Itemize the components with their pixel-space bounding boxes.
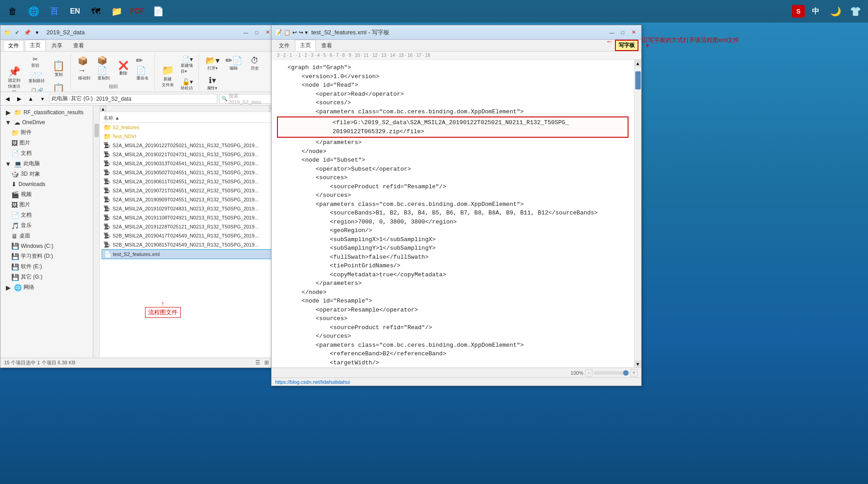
- breadcrumb-bar[interactable]: 此电脑 › 其它 (G:) › 2019_S2_data: [49, 94, 217, 104]
- nav-item-attachments[interactable]: 📁 附件: [0, 127, 93, 138]
- file-s2b-20190815[interactable]: 🗜 S2B_MSIL2A_20190815T024549_N0213_R132_…: [102, 240, 273, 249]
- notepad-tab-file[interactable]: 文件: [274, 41, 294, 51]
- search-box[interactable]: 🔍 搜索 2019_S2_data: [219, 94, 273, 104]
- nav-item-downloads[interactable]: ⬇ Downloads: [0, 179, 93, 189]
- maximize-button[interactable]: □: [252, 28, 262, 37]
- new-folder-button[interactable]: 📁 新建文件夹: [159, 62, 177, 90]
- file-s2a-20191228[interactable]: 🗜 S2A_MSIL2A_20191228T025121_N0213_R132_…: [102, 222, 273, 231]
- nav-item-d-drive[interactable]: 💾 学习资料 (D:): [0, 251, 93, 261]
- file-s2a-20190122[interactable]: 🗜 S2A_MSIL2A_20190122T025021_N0211_R132_…: [102, 141, 273, 150]
- history-button[interactable]: ⏱ 历史: [246, 55, 264, 73]
- notepad-tab-view[interactable]: 查看: [317, 41, 337, 51]
- wordpad-highlight-button[interactable]: 写字板: [615, 40, 638, 51]
- file-test-xml[interactable]: 📄 test_S2_features.xml: [102, 249, 273, 259]
- copy-button[interactable]: 📋 复制: [49, 58, 68, 80]
- ie-browser-icon[interactable]: 🌐: [24, 2, 42, 20]
- nav-item-this-pc[interactable]: ▼ 💻 此电脑: [0, 158, 93, 169]
- tab-view[interactable]: 查看: [68, 40, 89, 51]
- tab-share[interactable]: 共享: [47, 40, 67, 51]
- nav-item-documents[interactable]: 📄 文档: [0, 148, 93, 158]
- night-mode-icon[interactable]: 🌙: [826, 2, 845, 20]
- xml-line-23: <copyMetadata>true</copyMetadata>: [277, 270, 629, 279]
- tab-home[interactable]: 主页: [25, 40, 46, 51]
- nav-item-music[interactable]: 🎵 音乐: [0, 220, 93, 231]
- nav-item-g-drive[interactable]: 💾 其它 (G:): [0, 272, 93, 282]
- nav-item-c-drive[interactable]: 💾 Windows (C:): [0, 241, 93, 251]
- notepad-content[interactable]: <graph id="Graph"> <version>1.0</version…: [272, 60, 634, 368]
- open-button[interactable]: 📂▾ 打开▾: [203, 54, 222, 73]
- paste-button[interactable]: 📋 粘贴: [49, 81, 68, 92]
- file-s2a-20191029[interactable]: 🗜 S2A_MSIL2A_20191029T024831_N0213_R132_…: [102, 204, 273, 213]
- column-scroll-up[interactable]: ▲: [100, 106, 106, 112]
- notepad-close-button[interactable]: ✕: [629, 28, 638, 37]
- rename-button[interactable]: ✏📄 重命名: [134, 54, 152, 83]
- properties-button[interactable]: ℹ▾ 属性▾: [203, 74, 221, 92]
- folder-s2-features[interactable]: 📁 S2_features: [102, 123, 273, 132]
- text-file-icon[interactable]: 📄: [149, 2, 167, 20]
- nav-item-3d-objects[interactable]: 🎲 3D 对象: [0, 169, 93, 179]
- file-s2a-20191108[interactable]: 🗜 S2A_MSIL2A_20191108T024921_N0213_R132_…: [102, 213, 273, 222]
- delete-button[interactable]: ❌ 删除: [114, 59, 132, 78]
- minimize-button[interactable]: —: [241, 28, 251, 37]
- notepad-maximize-button[interactable]: □: [618, 28, 628, 37]
- recycle-bin-icon[interactable]: 🗑: [4, 2, 22, 20]
- scroll-down-arrow[interactable]: ▼: [634, 360, 641, 368]
- file-s2a-20190909[interactable]: 🗜 S2A_MSIL2A_20190909T024551_N0213_R132_…: [102, 195, 273, 204]
- file-s2a-20190502[interactable]: 🗜 S2A_MSIL2A_20190502T024551_N0211_R132_…: [102, 168, 273, 177]
- easy-access-button[interactable]: 🔓▾ 轻松访问▾: [178, 77, 197, 92]
- nav-item-images[interactable]: 🖼 图片: [0, 200, 93, 210]
- tab-file[interactable]: 文件: [3, 40, 24, 51]
- file-s2a-20190721[interactable]: 🗜 S2A_MSIL2A_20190721T024551_N0212_R132_…: [102, 186, 273, 195]
- zoom-thumb[interactable]: [623, 370, 629, 376]
- nav-up-button[interactable]: ▲: [26, 94, 36, 104]
- file-s2b-20190417[interactable]: 🗜 S2B_MSIL2A_20190417T024549_N0211_R132_…: [102, 231, 273, 240]
- new-item-button[interactable]: 📄▾ 新建项目▾: [178, 54, 197, 76]
- nav-item-onedrive[interactable]: ▼ ☁ OneDrive: [0, 117, 93, 127]
- file-s2a-20190313[interactable]: 🗜 S2A_MSIL2A_20190313T024541_N0211_R132_…: [102, 159, 273, 168]
- sogou-icon[interactable]: S: [792, 5, 805, 18]
- nav-back-button[interactable]: ◀: [2, 94, 12, 104]
- pin-quickaccess-button[interactable]: 📌 固定到快速访问: [5, 64, 23, 93]
- scroll-thumb[interactable]: [635, 71, 641, 89]
- notepad-minimize-button[interactable]: —: [607, 28, 617, 37]
- chinese-ime-icon[interactable]: 中: [807, 2, 825, 20]
- nav-scrollbar[interactable]: [93, 106, 99, 358]
- xml-line-13: <sourceProduct refid="Resample"/>: [277, 182, 629, 191]
- copy-to-button[interactable]: 📦📄 复制到: [95, 54, 113, 83]
- nav-item-videos[interactable]: 🎬 视频: [0, 189, 93, 200]
- nav-item-network[interactable]: ▶ 🌐 网络: [0, 282, 93, 293]
- nav-item-pictures[interactable]: 🖼 图片: [0, 138, 93, 148]
- folder-yellow-icon[interactable]: 📁: [108, 2, 126, 20]
- nav-item-e-drive[interactable]: 💾 软件 (E:): [0, 261, 93, 272]
- nav-recent-button[interactable]: ▾: [38, 94, 47, 104]
- notepad-tab-home[interactable]: 主页: [295, 40, 316, 51]
- file-s2a-20190221[interactable]: 🗜 S2A_MSIL2A_20190221T024731_N0211_R132_…: [102, 150, 273, 159]
- user-avatar-icon[interactable]: 👕: [846, 2, 864, 20]
- baidu-icon[interactable]: 百: [45, 2, 63, 20]
- view-grid-button[interactable]: ⊞: [264, 359, 272, 367]
- xml-line-9: </node>: [277, 147, 629, 156]
- cut-button[interactable]: ✂ 剪切: [26, 54, 44, 70]
- notepad-vscrollbar[interactable]: ▲ ▼: [634, 60, 641, 368]
- file-list: 名称 ▲ 📁 S2_features 📁 Test_NDVI 🗜 S2: [100, 112, 275, 358]
- column-name-header[interactable]: 名称 ▲: [103, 115, 272, 121]
- file-s2a-20190611[interactable]: 🗜 S2A_MSIL2A_20190611T024551_N0212_R132_…: [102, 177, 273, 186]
- scroll-up-arrow[interactable]: ▲: [634, 60, 641, 67]
- paste-shortcut-button[interactable]: 📋🔗 粘贴快捷方式: [26, 86, 47, 92]
- zoom-in-button[interactable]: +: [630, 369, 638, 377]
- nav-forward-button[interactable]: ▶: [14, 94, 24, 104]
- copy-path-button[interactable]: 📄📄 复制路径: [26, 71, 47, 85]
- zoom-slider[interactable]: [593, 371, 629, 375]
- pdf-icon[interactable]: PDF: [128, 2, 146, 20]
- folder-test-ndvi[interactable]: 📁 Test_NDVI: [102, 132, 273, 141]
- ime-english-icon[interactable]: EN: [66, 2, 84, 20]
- move-to-button[interactable]: 📦→ 移动到: [75, 55, 94, 83]
- nav-item-rf-results[interactable]: ▶ 📁 RF_classification_results: [0, 107, 93, 117]
- edit-button[interactable]: ✏📄 编辑: [223, 54, 244, 73]
- nav-item-desktop[interactable]: 🖥 桌面: [0, 231, 93, 241]
- nav-item-docs[interactable]: 📄 文档: [0, 210, 93, 220]
- view-list-button[interactable]: ☰: [255, 359, 263, 367]
- search-placeholder: 搜索 2019_S2_data: [229, 93, 271, 105]
- map-icon[interactable]: 🗺: [87, 2, 105, 20]
- zoom-out-button[interactable]: -: [585, 369, 592, 377]
